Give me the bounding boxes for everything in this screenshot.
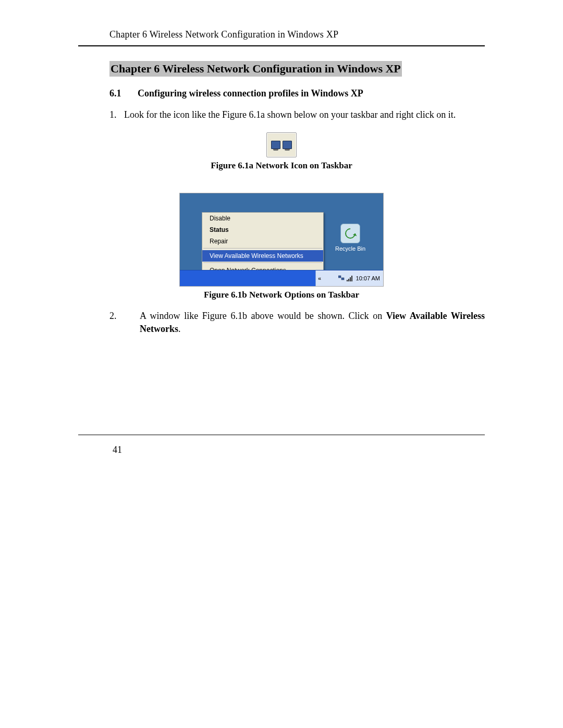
desktop-icon-recycle-bin[interactable]: Recycle Bin xyxy=(332,224,369,252)
monitor-icon xyxy=(271,141,280,149)
figure-6-1b: Recycle Bin Disable Status Repair View A… xyxy=(78,182,485,300)
step-2-tail: . xyxy=(178,324,181,334)
running-header: Chapter 6 Wireless Network Configuration… xyxy=(78,29,485,44)
step-1-number: 1. xyxy=(109,108,124,121)
step-2-number: 2. xyxy=(109,310,124,335)
figure-6-1a: Figure 6.1a Network Icon on Taskbar xyxy=(78,132,485,171)
monitor-icon xyxy=(283,141,292,149)
page-number: 41 xyxy=(113,445,485,455)
recycle-bin-icon xyxy=(340,224,360,243)
header-rule xyxy=(78,45,485,46)
xp-desktop-screenshot: Recycle Bin Disable Status Repair View A… xyxy=(179,193,384,287)
section-number: 6.1 xyxy=(109,88,138,99)
menu-separator xyxy=(203,248,322,249)
step-1: 1. Look for the icon like the Figure 6.1… xyxy=(109,108,485,121)
section-heading: 6.1 Configuring wireless connection prof… xyxy=(109,88,485,99)
menu-item-disable[interactable]: Disable xyxy=(202,213,323,224)
step-2: 2. A window like Figure 6.1b above would… xyxy=(109,310,485,335)
footer-rule xyxy=(78,435,485,435)
taskbar-network-icon xyxy=(266,132,297,157)
system-tray[interactable]: « 10:07 AM xyxy=(315,270,383,286)
figure-6-1a-caption: Figure 6.1a Network Icon on Taskbar xyxy=(211,161,352,171)
section-title: Configuring wireless connection profiles… xyxy=(138,88,363,99)
tray-signal-icon[interactable] xyxy=(347,275,354,281)
document-page: Chapter 6 Wireless Network Configuration… xyxy=(0,0,563,728)
step-2-text: A window like Figure 6.1b above would be… xyxy=(124,310,485,335)
recycle-bin-label: Recycle Bin xyxy=(332,245,369,252)
footer-area: 41 xyxy=(78,435,485,455)
recycle-arrow-icon xyxy=(343,226,358,241)
step-2-lead: A window like Figure 6.1b above would be… xyxy=(140,311,386,321)
svg-rect-1 xyxy=(341,278,344,280)
svg-rect-0 xyxy=(338,276,341,278)
tray-expand-icon[interactable]: « xyxy=(318,275,321,281)
network-context-menu: Disable Status Repair View Available Wir… xyxy=(202,212,324,277)
menu-item-repair[interactable]: Repair xyxy=(202,236,323,247)
step-1-text: Look for the icon like the Figure 6.1a s… xyxy=(124,108,485,121)
figure-6-1b-caption: Figure 6.1b Network Options on Taskbar xyxy=(204,290,359,300)
tray-clock: 10:07 AM xyxy=(356,275,380,281)
tray-network-icon[interactable] xyxy=(338,275,345,281)
menu-item-view-wireless[interactable]: View Available Wireless Networks xyxy=(202,250,323,262)
menu-item-status[interactable]: Status xyxy=(202,224,323,236)
chapter-title: Chapter 6 Wireless Network Configuration… xyxy=(109,61,402,77)
menu-separator xyxy=(203,263,322,264)
